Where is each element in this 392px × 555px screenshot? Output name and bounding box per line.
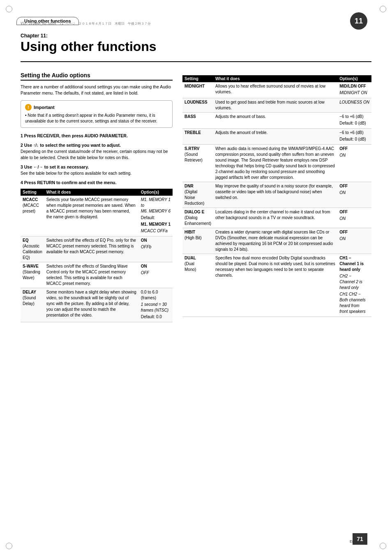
chapter-label: Chapter 11: [21,33,371,39]
table-row: BASSAdjusts the amount of bass.−6 to +6 … [182,113,371,129]
step-title-2: Use ↑/↓ to select the setting you want t… [24,143,121,148]
col-header-setting-r: Setting [182,75,213,82]
right-audio-table: Setting What it does Option(s) MIDNIGHTA… [182,75,371,317]
col-header-option: Option(s) [139,189,173,196]
important-item: Note that if a setting doesn't appear in… [25,113,157,123]
header-bar: Using other functions 11 [16,12,367,30]
step-num-2: 2 [21,143,24,148]
cell-description: Specifies how dual mono encoded Dolby Di… [213,254,337,317]
table-row: HIBIT(High Bit)Creates a wider dynamic r… [182,228,371,254]
cell-options: 0.0 to 6.0(frames)1 second = 30frames (N… [139,288,173,322]
cell-description: Allows you to hear effective surround so… [213,82,337,98]
corner-tl [6,6,12,12]
right-column: Setting What it does Option(s) MIDNIGHTA… [182,72,371,322]
table-row: S.RTRV(SoundRetriever)When audio data is… [182,145,371,182]
table-row: DUAL(DualMono)Specifies how dual mono en… [182,254,371,317]
warning-icon: ! [25,104,32,111]
chapter-title: Using other functions [21,39,371,54]
main-content: Setting the Audio options There are a nu… [21,72,371,322]
cell-setting: S-WAVE(StandingWave) [21,262,44,288]
important-label: Important [34,105,55,110]
step-4: 4 Press RETURN to confirm and exit the m… [21,180,173,186]
cell-setting: HIBIT(High Bit) [182,228,213,254]
cell-setting: LOUDNESS [182,98,213,113]
cell-setting: S.RTRV(SoundRetriever) [182,145,213,182]
table-row: MIDNIGHTAllows you to hear effective sur… [182,82,371,98]
col-header-what: What it does [44,189,139,196]
col-header-option-r: Option(s) [337,75,371,82]
col-header-setting: Setting [21,189,44,196]
cell-setting: MIDNIGHT [182,82,213,98]
important-title: ! Important [25,104,168,111]
cell-description: Localizes dialog in the center channel t… [213,208,337,228]
step-title-3: Use ←/→ to set it as necessary. [24,164,89,169]
left-column: Setting the Audio options There are a nu… [21,72,173,322]
step-3: 3 Use ←/→ to set it as necessary. See th… [21,164,173,176]
cell-options: M1. MEMORY 1toM6. MEMORY 6Default:M1. ME… [139,196,173,236]
step-text-4: Press RETURN to confirm and exit the men… [24,180,117,185]
step-2: 2 Use ↑/↓ to select the setting you want… [21,142,173,161]
section-divider [21,61,371,62]
intro-text: There are a number of additional sound s… [21,84,173,96]
cell-description: Switches on/off the effects of EQ Pro. o… [44,236,139,262]
cell-setting: DIALOG E(DialogEnhancement) [182,208,213,228]
cell-options: CH1 −Channel 1 isheard onlyCH2 −Channel … [337,254,371,317]
cell-options: ONOFF [139,262,173,288]
cell-description: When audio data is removed during the WM… [213,145,337,182]
cell-options: LOUDNESS ON [337,98,371,113]
step-num-1: 1 [21,133,24,138]
print-info: VSX-1018AH_KU.book 71 ページ ２０１８年４月１７日 木曜日… [21,21,151,26]
chapter-number-badge: 11 [350,12,367,30]
table-row: MCACC(MCACCpreset)Selects your favorite … [21,196,173,236]
step-1: 1 Press RECEIVER, then press AUDIO PARAM… [21,133,173,139]
cell-setting: MCACC(MCACCpreset) [21,196,44,236]
cell-options: −6 to +6 (dB)Default: 0 (dB) [337,129,371,145]
cell-options: OFFON [337,228,371,254]
table-row: S-WAVE(StandingWave)Switches on/off the … [21,262,173,288]
cell-description: May improve the quality of sound in a no… [213,182,337,208]
table-row: LOUDNESSUsed to get good bass and treble… [182,98,371,113]
table-row: DIALOG E(DialogEnhancement)Localizes dia… [182,208,371,228]
cell-setting: TREBLE [182,129,213,145]
cell-options: OFFON [337,208,371,228]
step-num-4: 4 [21,180,24,185]
table-row: TREBLEAdjusts the amount of treble.−6 to… [182,129,371,145]
important-box: ! Important • Note that if a setting doe… [21,100,173,128]
cell-options: ONOFFb [139,236,173,262]
cell-setting: BASS [182,113,213,129]
step-text-1: Press RECEIVER, then press AUDIO PARAMET… [24,133,128,138]
cell-setting: DUAL(DualMono) [182,254,213,317]
corner-bl [6,543,12,549]
cell-setting: DELAY(SoundDelay) [21,288,44,322]
table-row: EQ(AcousticCalibrationEQ)Switches on/off… [21,236,173,262]
left-audio-table: Setting What it does Option(s) MCACC(MCA… [21,189,173,322]
step-sub-3: See the table below for the options avai… [21,171,131,176]
cell-description: Adjusts the amount of treble. [213,129,337,145]
cell-options: MID/LDN OFFMIDNIGHT ON [337,82,371,98]
cell-setting: DNR(DigitalNoiseReduction) [182,182,213,208]
chapter-area: Chapter 11: Using other functions [21,33,371,62]
important-text: • Note that if a setting doesn't appear … [25,113,168,124]
corner-br [380,543,386,549]
step-num-3: 3 [21,164,24,169]
cell-description: Adjusts the amount of bass. [213,113,337,129]
col-header-what-r: What it does [213,75,337,82]
cell-description: Used to get good bass and treble from mu… [213,98,337,113]
cell-description: Selects your favorite MCACC preset memor… [44,196,139,236]
corner-tr [380,6,386,12]
cell-setting: EQ(AcousticCalibrationEQ) [21,236,44,262]
step-sub-2: Depending on the current status/mode of … [21,149,168,160]
table-row: DELAY(SoundDelay)Some monitors have a sl… [21,288,173,322]
cell-options: −6 to +6 (dB)Default: 0 (dB) [337,113,371,129]
cell-options: OFFON [337,145,371,182]
cell-description: Switches on/off the effects of Standing … [44,262,139,288]
table-row: DNR(DigitalNoiseReduction)May improve th… [182,182,371,208]
cell-description: Creates a wider dynamic range with digit… [213,228,337,254]
page-en-label: En [350,539,354,543]
cell-options: OFFON [337,182,371,208]
cell-description: Some monitors have a slight delay when s… [44,288,139,322]
page-number: 71 [353,533,367,545]
section-heading: Setting the Audio options [21,72,173,81]
